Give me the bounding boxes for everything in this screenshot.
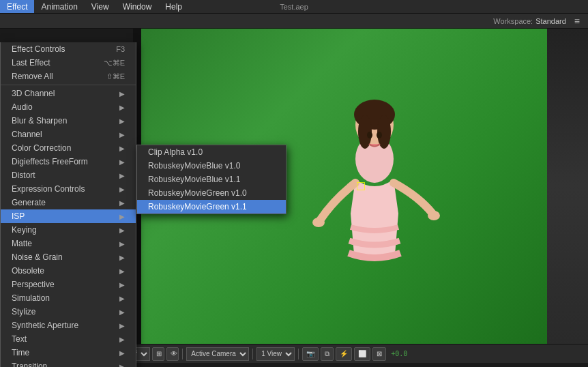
timecode-value: +0.0 xyxy=(391,350,407,357)
menu-stylize[interactable]: Stylize ▶ xyxy=(1,305,136,319)
menu-synthetic-aperture[interactable]: Synthetic Aperture ▶ xyxy=(1,319,136,332)
svg-point-6 xyxy=(428,211,440,220)
person-preview xyxy=(306,77,443,295)
submenu-robuskey-blue-11[interactable]: RobuskeyMovieBlue v1.1 xyxy=(137,173,286,186)
submenu-clip-alpha[interactable]: Clip Alpha v1.0 xyxy=(137,145,286,159)
menu-text[interactable]: Text ▶ xyxy=(1,332,136,346)
snapshot-btn[interactable]: 📷 xyxy=(302,347,319,361)
menu-remove-all[interactable]: Remove All ⇧⌘E xyxy=(1,70,136,83)
menu-item-view[interactable]: View xyxy=(85,0,116,13)
menu-digieffects[interactable]: Digieffects FreeForm ▶ xyxy=(1,155,136,168)
svg-point-8 xyxy=(377,132,382,138)
menu-time[interactable]: Time ▶ xyxy=(1,346,136,359)
menu-effect-controls[interactable]: Effect Controls F3 xyxy=(1,42,136,56)
menu-bar: Test.aep Effect Animation View Window He… xyxy=(0,0,588,14)
effect-menu: Effect Controls F3 Last Effect ⌥⌘E Remov… xyxy=(0,42,136,367)
camera-select[interactable]: Active Camera xyxy=(186,347,249,361)
transparency-btn[interactable]: ⊠ xyxy=(372,347,386,361)
menu-item-window[interactable]: Window xyxy=(116,0,159,13)
window-title: Test.aep xyxy=(280,3,308,11)
menu-keying[interactable]: Keying ▶ xyxy=(1,223,136,237)
menu-noise-grain[interactable]: Noise & Grain ▶ xyxy=(1,250,136,264)
menu-obsolete[interactable]: Obsolete ▶ xyxy=(1,264,136,278)
right-border xyxy=(547,29,588,344)
workspace-name: Standard xyxy=(535,17,566,25)
divider2 xyxy=(182,349,183,359)
menu-3d-channel[interactable]: 3D Channel ▶ xyxy=(1,87,136,100)
submenu-robuskey-green-11[interactable]: RobuskeyMovieGreen v1.1 xyxy=(137,200,286,214)
workspace-collapse[interactable]: ≡ xyxy=(574,16,580,27)
menu-audio[interactable]: Audio ▶ xyxy=(1,100,136,114)
svg-point-5 xyxy=(312,218,325,227)
menu-distort[interactable]: Distort ▶ xyxy=(1,168,136,182)
menu-color-correction[interactable]: Color Correction ▶ xyxy=(1,141,136,155)
menu-transition[interactable]: Transition ▶ xyxy=(1,359,136,367)
grid-btn[interactable]: ⊞ xyxy=(152,347,164,361)
menu-isp[interactable]: ISP ▶ xyxy=(1,209,136,223)
workspace-header: Workspace: Standard ≡ xyxy=(0,14,588,29)
divider3 xyxy=(252,349,253,359)
submenu-robuskey-blue-10[interactable]: RobuskeyMovieBlue v1.0 xyxy=(137,159,286,173)
frame-marker xyxy=(357,182,365,190)
submenu-robuskey-green-10[interactable]: RobuskeyMovieGreen v1.0 xyxy=(137,186,286,200)
divider4 xyxy=(298,349,299,359)
svg-point-7 xyxy=(367,132,372,138)
region-interest-btn[interactable]: ⬜ xyxy=(354,347,370,361)
menu-last-effect[interactable]: Last Effect ⌥⌘E xyxy=(1,56,136,70)
show-snapshot-btn[interactable]: ⧉ xyxy=(321,347,334,361)
menu-channel[interactable]: Channel ▶ xyxy=(1,128,136,141)
menu-simulation[interactable]: Simulation ▶ xyxy=(1,291,136,305)
menu-matte[interactable]: Matte ▶ xyxy=(1,237,136,250)
menu-item-animation[interactable]: Animation xyxy=(34,0,84,13)
menu-item-help[interactable]: Help xyxy=(158,0,189,13)
menu-generate[interactable]: Generate ▶ xyxy=(1,196,136,209)
separator1 xyxy=(1,85,136,85)
workspace-label: Workspace: xyxy=(493,17,533,25)
menu-blur-sharpen[interactable]: Blur & Sharpen ▶ xyxy=(1,114,136,128)
fast-preview-btn[interactable]: ⚡ xyxy=(336,347,352,361)
menu-expression-controls[interactable]: Expression Controls ▶ xyxy=(1,182,136,196)
views-select[interactable]: 1 View xyxy=(256,347,295,361)
menu-perspective[interactable]: Perspective ▶ xyxy=(1,278,136,291)
isp-submenu: Clip Alpha v1.0 RobuskeyMovieBlue v1.0 R… xyxy=(136,145,286,214)
menu-item-effect[interactable]: Effect xyxy=(0,0,34,13)
view-btn[interactable]: 👁 xyxy=(166,347,179,361)
